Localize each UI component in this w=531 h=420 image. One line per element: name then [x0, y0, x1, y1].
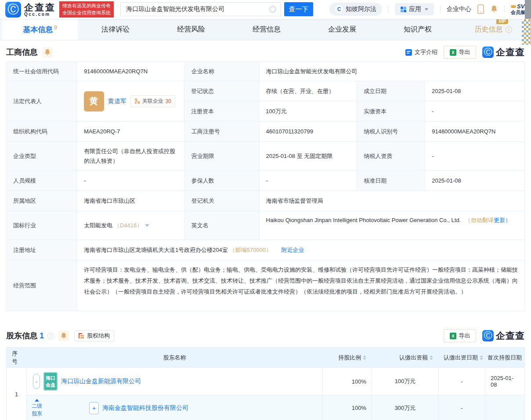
tab-operation-risk[interactable]: 经营风险 — [153, 19, 229, 40]
mobile-phone-icon[interactable] — [477, 4, 484, 14]
excel-icon — [450, 333, 456, 339]
zhibi-alpha-icon: C — [335, 5, 343, 13]
field-value: - — [260, 171, 358, 191]
shareholders-title: 股东信息 — [6, 330, 38, 341]
field-value: 100万元 — [259, 101, 357, 122]
tab-intellectual-property[interactable]: 知识产权 — [380, 19, 455, 40]
field-value: 460107011320799 — [260, 122, 358, 142]
related-companies-badge[interactable]: 关联企业 30 — [130, 95, 175, 107]
address-cell: 海南省海口市琼山区龙塘镇机关大道1号政府办公楼204室 （邮编570000） 附… — [77, 240, 525, 260]
export-button[interactable]: 导出 — [444, 46, 476, 59]
search-bar: 查一下 — [120, 2, 313, 16]
notification-bell-icon[interactable] — [490, 5, 498, 14]
slogan-line-2: 全国企业信用查询系统 — [62, 10, 111, 17]
tab-basic-info-label: 基本信息 — [23, 25, 53, 35]
header-right-group: C 知彼阿尔法 应用 企业中心 — [329, 3, 530, 16]
tab-basic-info[interactable]: 基本信息 9 — [2, 19, 78, 40]
tab-legal-litigation[interactable]: 法律诉讼 — [78, 19, 153, 40]
field-label: 成立日期 — [357, 81, 425, 101]
qcc-logo-icon[interactable]: Ⓒ — [5, 2, 21, 18]
text-intro-button[interactable]: 文字介绍 — [405, 48, 437, 56]
scrollbar-thumb[interactable] — [525, 0, 531, 19]
apps-menu-button[interactable]: 应用 — [395, 3, 434, 15]
field-label: 实缴资本 — [357, 101, 425, 122]
field-value: - — [425, 101, 525, 122]
qcc-brand-icon: Ⓒ — [482, 47, 494, 58]
search-button[interactable]: 查一下 — [284, 2, 313, 16]
english-name-value: Haikou Qiongshan Jinpan Intelligent Phot… — [266, 217, 461, 223]
collapse-button[interactable]: - — [33, 374, 40, 389]
col-header-first-date: 首次持股日期 — [485, 348, 524, 367]
business-info-title: 工商信息 — [6, 47, 38, 57]
field-label: 所属地区 — [7, 191, 77, 211]
ratio-value: 100% — [322, 368, 372, 395]
export-button[interactable]: 导出 — [444, 329, 476, 342]
secondary-shareholder-toggle[interactable]: 二级 股东 — [27, 399, 47, 417]
shareholders-info-icon[interactable]: i — [47, 333, 54, 339]
field-label: 统一社会信用代码 — [7, 62, 77, 81]
equity-structure-button[interactable]: 股权结构 — [74, 330, 114, 341]
sort-icon[interactable] — [480, 355, 483, 360]
sort-icon[interactable] — [363, 355, 366, 360]
divider — [440, 6, 441, 13]
col-header-date[interactable]: 认缴出资日期 — [438, 348, 485, 367]
shareholder-company-link[interactable]: 海南金盘智能科技股份有限公司 — [102, 404, 188, 412]
sort-icon[interactable] — [430, 355, 433, 360]
bell-icon — [44, 49, 51, 56]
field-value: 91460000MAEA20RQ7N — [425, 122, 525, 142]
english-name-cell: Haikou Qiongshan Jinpan Intelligent Phot… — [260, 211, 525, 240]
col-header-amount[interactable]: 认缴出资额 — [372, 348, 438, 367]
expand-button[interactable]: + — [89, 402, 99, 414]
field-value: - — [425, 142, 525, 171]
postcode: （邮编570000） — [230, 246, 271, 254]
field-value: - — [77, 171, 185, 191]
legal-rep-avatar[interactable]: 黄 — [84, 91, 104, 111]
industry-expand-icon[interactable] — [145, 224, 149, 227]
crown-icon — [511, 4, 516, 8]
apps-label: 应用 — [409, 5, 421, 13]
camera-search-icon[interactable] — [269, 5, 277, 13]
col-header-ratio[interactable]: 持股比例 — [322, 348, 372, 367]
qcc-logo[interactable]: 企查查 Qcc.com — [24, 3, 56, 17]
amount-value: 100万元 — [372, 368, 438, 395]
industry-code: （D4416） — [114, 222, 142, 230]
document-icon — [405, 49, 412, 56]
legal-rep-link[interactable]: 黄道军 — [108, 97, 126, 105]
field-value: 91460000MAEA20RQ7N — [77, 62, 185, 81]
export-label: 导出 — [459, 48, 470, 56]
equity-structure-label: 股权结构 — [87, 332, 110, 340]
export-label: 导出 — [459, 332, 470, 340]
tab-basic-info-count: 9 — [54, 25, 57, 31]
row-index: 1 — [7, 368, 27, 420]
tab-operation-info[interactable]: 经营信息 — [229, 19, 304, 40]
translate-update-link[interactable]: 更新） — [494, 217, 511, 223]
tab-history-info[interactable]: 历史信息 VIP i — [455, 19, 531, 40]
zhibi-alpha-button[interactable]: C 知彼阿尔法 — [329, 3, 382, 16]
field-value: 海口琼山金盘智能光伏发电有限公司 — [260, 62, 525, 81]
qcc-brand-text: 企查查 — [496, 46, 525, 58]
history-info-icon[interactable]: i — [506, 26, 512, 33]
monitor-bell-button[interactable] — [42, 47, 53, 57]
section-tabs: 基本信息 9 法律诉讼 经营风险 经营信息 企业发展 知识产权 历史信息 VIP… — [0, 19, 531, 40]
nearby-companies-link[interactable]: 附近企业 — [281, 246, 304, 254]
shareholders-table-header: 序号 股东名称 持股比例 认缴出资额 认缴出资日期 首次持股日期 — [7, 348, 524, 367]
field-label: 企业名称 — [185, 62, 260, 81]
company-avatar: 海口 金盘 — [43, 372, 58, 391]
divider — [504, 6, 505, 13]
tab-company-development[interactable]: 企业发展 — [304, 19, 380, 40]
field-label: 企业类型 — [7, 142, 77, 171]
address-value: 海南省海口市琼山区龙塘镇机关大道1号政府办公楼204室 — [84, 246, 228, 254]
top-header: Ⓒ 企查查 Qcc.com 缔造有远见的商业传奇 全国企业信用查询系统 查一下 … — [0, 0, 531, 19]
search-input[interactable] — [120, 2, 281, 16]
field-label: 人员规模 — [7, 171, 77, 191]
collapsed-widget-mosaic — [522, 19, 531, 45]
enterprise-center-link[interactable]: 企业中心 — [447, 5, 471, 13]
field-value: 海南省海口市琼山区 — [77, 191, 185, 211]
monitor-bell-button[interactable] — [58, 330, 69, 341]
field-label: 核准日期 — [357, 171, 425, 191]
shareholder-company-link[interactable]: 海口琼山金盘新能源有限公司 — [61, 377, 141, 385]
field-label: 纳税人资质 — [357, 142, 425, 171]
date-value: - — [438, 395, 485, 420]
excel-icon — [450, 49, 456, 56]
field-value: 海南省市场监督管理局 — [260, 191, 525, 211]
